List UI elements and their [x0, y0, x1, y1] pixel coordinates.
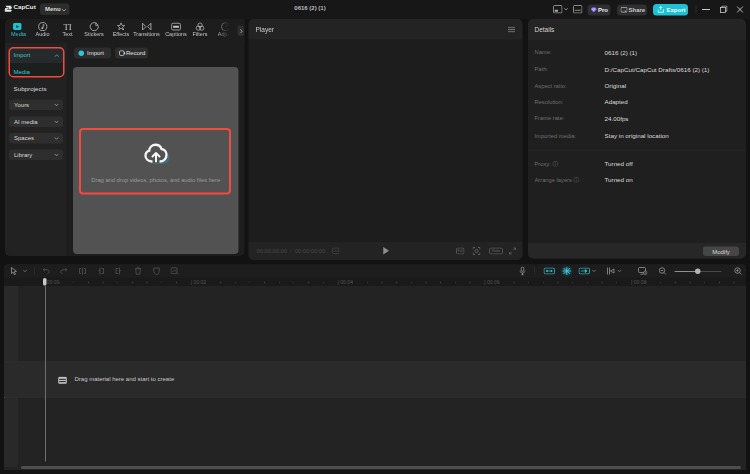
svg-text:Ratio: Ratio [492, 249, 500, 253]
svg-text:Full: Full [458, 249, 464, 253]
